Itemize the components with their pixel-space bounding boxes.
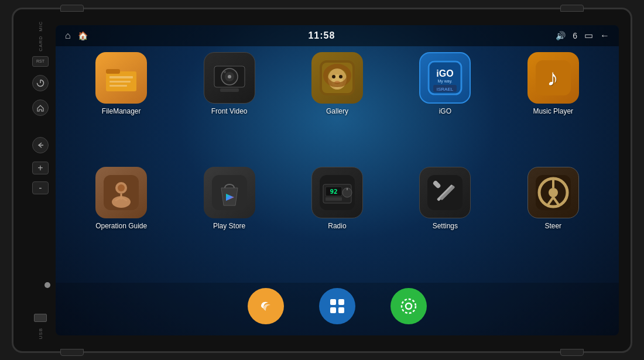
dock-sleep-button[interactable] <box>248 288 284 324</box>
steer-icon <box>527 167 579 218</box>
radio-icon: 92 <box>311 167 363 218</box>
app-row-bottom: Operation Guide <box>67 167 607 277</box>
usb-label: USB <box>38 328 43 339</box>
svg-point-17 <box>332 75 335 78</box>
opguide-label: Operation Guide <box>95 222 147 230</box>
bracket-top-left <box>60 5 84 12</box>
vol-down-button[interactable]: - <box>32 181 49 194</box>
app-musicplayer[interactable]: ♪ ♪ Music Player <box>518 52 588 115</box>
rst-label: RST <box>36 59 44 63</box>
card-label: CARD <box>38 36 43 52</box>
svg-rect-12 <box>220 88 239 92</box>
svg-point-51 <box>549 188 558 197</box>
app-grid: FileManager Front Video <box>56 46 619 283</box>
back-button[interactable] <box>32 137 49 153</box>
app-settings[interactable]: Settings <box>410 167 480 230</box>
bracket-left <box>60 349 84 356</box>
svg-text:92: 92 <box>330 188 337 196</box>
frontvideo-icon <box>204 52 255 104</box>
back-nav-icon[interactable]: ← <box>600 30 609 41</box>
svg-point-60 <box>402 299 416 313</box>
status-right: 🔊 6 ▭ ← <box>556 30 609 41</box>
back-icon <box>36 141 44 149</box>
app-playstore[interactable]: Play Store <box>194 167 265 230</box>
filemanager-icon <box>95 52 147 104</box>
recent-apps-icon[interactable]: ▭ <box>584 30 593 41</box>
filemanager-label: FileManager <box>102 107 141 115</box>
home-button[interactable] <box>32 100 49 116</box>
app-row-top: FileManager Front Video <box>67 52 607 162</box>
igo-label: iGO <box>439 107 451 115</box>
home-icon <box>36 104 44 112</box>
dot-indicator <box>44 282 50 288</box>
svg-text:iGO: iGO <box>437 68 454 78</box>
settings-label: Settings <box>433 222 458 230</box>
volume-level: 6 <box>573 31 577 40</box>
settings-icon <box>419 167 471 218</box>
main-screen: ⌂ 🏠 11:58 🔊 6 ▭ ← <box>56 25 619 335</box>
svg-point-11 <box>224 71 226 73</box>
vol-up-button[interactable]: + <box>32 162 49 174</box>
app-igo[interactable]: iGO My way. ISRAEL iGO <box>410 52 480 115</box>
steer-label: Steer <box>544 222 561 230</box>
app-gallery[interactable]: Gallery <box>302 52 372 115</box>
status-left: ⌂ 🏠 <box>65 30 88 41</box>
gallery-icon <box>311 52 363 104</box>
svg-rect-56 <box>338 299 344 305</box>
svg-rect-58 <box>338 307 344 313</box>
dock-settings-button[interactable] <box>390 288 427 324</box>
svg-point-59 <box>406 303 412 309</box>
home-status-icon[interactable]: ⌂ <box>65 30 71 41</box>
svg-rect-3 <box>106 69 120 74</box>
power-button[interactable] <box>32 75 49 91</box>
dock-apps-button[interactable] <box>319 288 355 324</box>
svg-rect-4 <box>109 76 133 78</box>
app-radio[interactable]: 92 Radio <box>302 167 372 230</box>
svg-text:ISRAEL: ISRAEL <box>437 87 454 92</box>
svg-point-18 <box>339 75 342 78</box>
house-filled-icon[interactable]: 🏠 <box>78 31 88 40</box>
opguide-icon <box>95 167 147 218</box>
svg-rect-55 <box>330 299 336 305</box>
playstore-label: Play Store <box>213 222 245 230</box>
svg-text:♪: ♪ <box>547 64 559 90</box>
volume-icon: 🔊 <box>556 31 566 40</box>
car-unit: MIC CARD RST + - USB <box>12 8 632 353</box>
app-steer[interactable]: Steer <box>518 167 588 230</box>
app-opguide[interactable]: Operation Guide <box>86 167 156 230</box>
igo-icon: iGO My way. ISRAEL <box>419 52 471 104</box>
mic-label: MIC <box>38 21 43 32</box>
svg-rect-57 <box>330 307 336 313</box>
dock <box>56 283 619 335</box>
musicplayer-label: Music Player <box>533 107 573 115</box>
frontvideo-label: Front Video <box>211 107 248 115</box>
status-time: 11:58 <box>308 30 335 41</box>
musicplayer-icon: ♪ ♪ <box>527 52 579 104</box>
app-filemanager[interactable]: FileManager <box>86 52 156 115</box>
power-icon <box>36 79 44 87</box>
svg-rect-5 <box>109 81 131 83</box>
svg-rect-6 <box>109 85 127 87</box>
bracket-top-right <box>560 5 584 12</box>
app-frontvideo[interactable]: Front Video <box>194 52 265 115</box>
playstore-icon <box>204 167 255 218</box>
bracket-right <box>560 349 584 356</box>
status-bar: ⌂ 🏠 11:58 🔊 6 ▭ ← <box>56 25 619 46</box>
radio-label: Radio <box>328 222 346 230</box>
svg-point-10 <box>228 75 231 78</box>
side-controls: MIC CARD RST + - USB <box>25 15 56 345</box>
svg-point-33 <box>118 184 125 191</box>
usb-port <box>34 314 47 322</box>
svg-rect-42 <box>326 197 342 201</box>
rst-button[interactable]: RST <box>32 56 49 67</box>
svg-text:My way.: My way. <box>438 79 453 84</box>
gallery-label: Gallery <box>326 107 348 115</box>
